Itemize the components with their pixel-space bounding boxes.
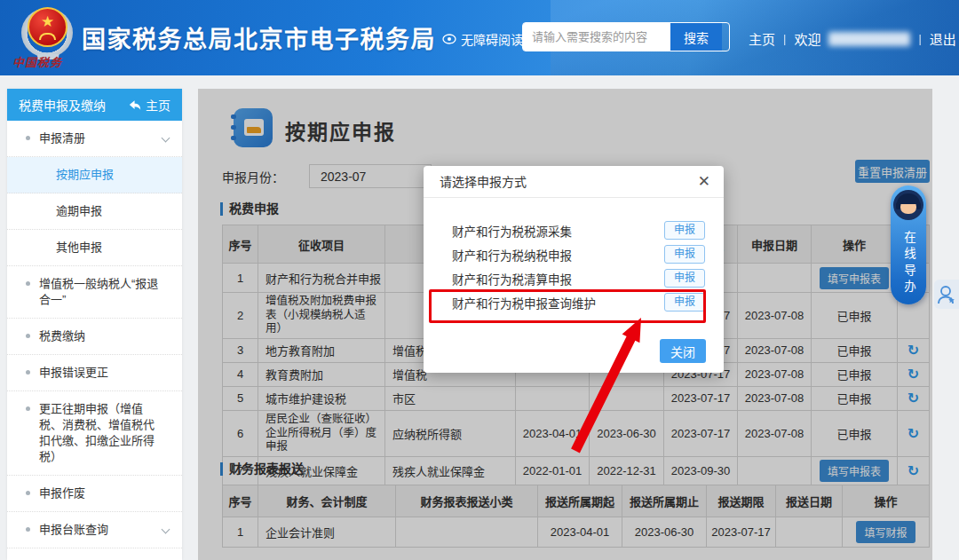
back-arrow-icon [129, 99, 141, 111]
gate-decoration [39, 33, 56, 40]
sidebar-item[interactable]: 申报台账查询 [7, 512, 182, 548]
bullet-icon [26, 281, 30, 286]
online-guide-widget[interactable]: 在线导办 [891, 185, 926, 304]
search-button[interactable]: 搜索 [670, 23, 722, 51]
online-guide-label: 在线导办 [891, 226, 926, 301]
welcome-label: 欢迎 [794, 29, 820, 48]
bullet-icon [26, 370, 30, 375]
sidebar-item-label: 申报台账查询 [39, 523, 108, 536]
sidebar-item[interactable]: 申报表（财务报表）查询及打印 [7, 548, 182, 560]
user-service-widget[interactable] [934, 280, 959, 309]
declare-button[interactable]: 申报 [664, 269, 705, 288]
dialog-option-row: 财产和行为税纳税申报 申报 [424, 242, 724, 266]
site-title: 国家税务总局北京市电子税务局 [82, 20, 436, 55]
sidebar-item[interactable]: 税费缴纳 [7, 319, 182, 355]
search-input[interactable] [523, 23, 670, 51]
bullet-icon [26, 136, 30, 140]
option-label: 财产和行为税税源采集 [452, 222, 572, 240]
accessibility-label: 无障碍阅读 [461, 30, 523, 48]
star-icon: ★ [28, 10, 67, 35]
dialog-close-button[interactable]: 关闭 [660, 339, 706, 363]
highlight-rectangle [429, 289, 706, 323]
sidebar-item[interactable]: 逾期申报 [7, 193, 182, 230]
sidebar-item-label: 税费缴纳 [39, 329, 85, 343]
sidebar-item[interactable]: 其他申报 [7, 230, 182, 266]
sidebar-item[interactable]: 更正往期申报（增值税、消费税、增值税代扣代缴、扣缴企业所得税） [7, 391, 182, 476]
person-star-icon [937, 284, 956, 305]
logout-link[interactable]: 退出 [930, 29, 956, 48]
bullet-icon [26, 334, 30, 338]
sidebar-item[interactable]: 增值税一般纳税人“报退合一” [7, 266, 182, 319]
top-links: 主页 | 欢迎 | 退出 [749, 29, 956, 48]
page: ★ 中国税务 国家税务总局北京市电子税务局 无障碍阅读 搜索 主页 | 欢迎 |… [0, 0, 959, 560]
sidebar: 税费申报及缴纳 主页 申报清册按期应申报逾期申报其他申报增值税一般纳税人“报退合… [7, 89, 182, 560]
declare-button[interactable]: 申报 [664, 221, 705, 240]
accessibility-link[interactable]: 无障碍阅读 [442, 30, 523, 48]
close-icon[interactable]: ✕ [698, 173, 710, 191]
eye-icon [442, 34, 456, 44]
sidebar-item-label: 其他申报 [56, 241, 102, 254]
sidebar-home-button[interactable]: 主页 [129, 96, 170, 114]
divider: | [783, 32, 786, 45]
home-link[interactable]: 主页 [749, 29, 775, 48]
sidebar-item[interactable]: 按期应申报 [7, 157, 182, 193]
option-label: 财产和行为税清算申报 [452, 270, 572, 288]
sidebar-menu: 申报清册按期应申报逾期申报其他申报增值税一般纳税人“报退合一”税费缴纳申报错误更… [7, 121, 182, 560]
sidebar-header: 税费申报及缴纳 主页 [7, 89, 182, 121]
divider: | [918, 32, 921, 45]
assistant-avatar [893, 190, 923, 220]
sidebar-item-label: 逾期申报 [56, 204, 102, 217]
dialog-option-row: 财产和行为税清算申报 申报 [424, 266, 724, 290]
option-label: 财产和行为税纳税申报 [452, 246, 572, 264]
sidebar-item[interactable]: 申报作废 [7, 476, 182, 512]
bullet-icon [26, 527, 30, 532]
sidebar-item[interactable]: 申报清册 [7, 121, 182, 157]
declaration-method-dialog: 请选择申报方式 ✕ 财产和行为税税源采集 申报 财产和行为税纳税申报 申报 财产… [424, 166, 724, 373]
search-bar: 搜索 [522, 22, 730, 51]
bullet-icon [26, 491, 30, 495]
logo-script-text: 中国税务 [12, 53, 83, 70]
sidebar-home-label: 主页 [146, 96, 170, 114]
dialog-option-row: 财产和行为税税源采集 申报 [424, 218, 724, 242]
dialog-title: 请选择申报方式 [424, 166, 724, 198]
top-header: ★ 中国税务 国家税务总局北京市电子税务局 无障碍阅读 搜索 主页 | 欢迎 |… [0, 0, 959, 75]
sidebar-item-label: 增值税一般纳税人“报退合一” [39, 277, 158, 306]
sidebar-item-label: 申报作废 [39, 486, 85, 500]
sidebar-title: 税费申报及缴纳 [19, 96, 106, 114]
bullet-icon [26, 406, 30, 411]
chevron-down-icon [162, 525, 170, 534]
sidebar-item-label: 申报清册 [39, 131, 85, 145]
sidebar-item-label: 申报错误更正 [39, 366, 108, 379]
chevron-down-icon [162, 134, 170, 143]
blurred-username [828, 32, 910, 46]
sidebar-item-label: 按期应申报 [56, 168, 114, 181]
declare-button[interactable]: 申报 [664, 245, 705, 264]
sidebar-item-label: 更正往期申报（增值税、消费税、增值税代扣代缴、扣缴企业所得税） [39, 402, 155, 463]
sidebar-item[interactable]: 申报错误更正 [7, 355, 182, 391]
